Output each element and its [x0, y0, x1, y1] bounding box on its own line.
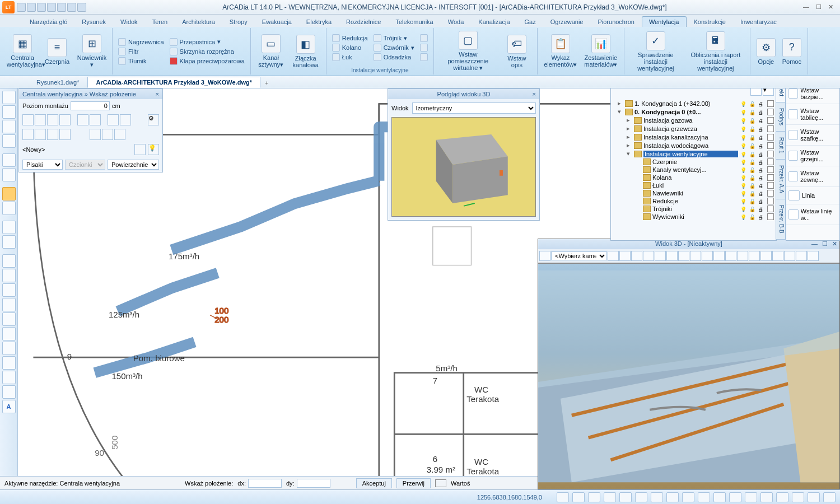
- v3d-tool-icon[interactable]: [737, 251, 748, 261]
- tree-node[interactable]: Kolana: [613, 174, 774, 181]
- tab-teren[interactable]: Teren: [145, 16, 175, 27]
- v3d-tool-icon[interactable]: [808, 251, 819, 261]
- v3d-tool-icon[interactable]: [690, 251, 701, 261]
- tool-icon[interactable]: [2, 202, 16, 215]
- view3d-max-icon[interactable]: ☐: [822, 240, 828, 248]
- prop-close-icon[interactable]: ×: [156, 91, 159, 97]
- prop-tool-icon[interactable]: [102, 129, 113, 140]
- tab-wentylacja[interactable]: Wentylacja: [642, 16, 687, 27]
- centrala-button[interactable]: ▦Centrala wentylacyjna▾: [6, 33, 39, 69]
- tool-icon[interactable]: [2, 254, 16, 268]
- v3d-tool-icon[interactable]: [619, 251, 631, 261]
- tree-node[interactable]: Redukcje: [613, 197, 774, 205]
- wstaw-opis-button[interactable]: 🏷Wstaw opis: [500, 34, 534, 69]
- status-icon[interactable]: [729, 492, 741, 502]
- maximize-button[interactable]: ☐: [816, 3, 822, 11]
- view3d-render[interactable]: [538, 264, 839, 489]
- klapa-button[interactable]: Klapa przeciwpożarowa: [167, 57, 247, 66]
- tab-kanalizacja[interactable]: Kanalizacja: [471, 16, 517, 27]
- dy-input[interactable]: [297, 479, 330, 488]
- extra2-icon[interactable]: [418, 43, 430, 52]
- smart-item[interactable]: Wstaw grzejni...: [786, 146, 839, 166]
- nawiewnik-button[interactable]: ⊞Nawiewnik ▾: [75, 33, 109, 69]
- tree-node[interactable]: Czerpnie: [613, 158, 774, 166]
- status-icon[interactable]: [604, 492, 616, 502]
- prop-tool-icon[interactable]: [90, 129, 101, 140]
- tool-icon[interactable]: [2, 91, 16, 104]
- pm-tool-icon[interactable]: ▾: [763, 88, 774, 96]
- tab-narzedzia[interactable]: Narzędzia głó: [22, 16, 74, 27]
- qat-save-icon[interactable]: [37, 3, 46, 12]
- tree-node[interactable]: Łuki: [613, 181, 774, 189]
- qat-new-icon[interactable]: [17, 3, 26, 12]
- tool-icon[interactable]: [2, 269, 16, 282]
- pisaki-select[interactable]: Pisaki: [22, 160, 63, 170]
- status-icon[interactable]: [745, 492, 757, 502]
- v3d-tool-icon[interactable]: [631, 251, 642, 261]
- status-icon[interactable]: [572, 492, 585, 502]
- prop-tool-icon[interactable]: [47, 129, 58, 140]
- tool-icon[interactable]: [2, 134, 16, 148]
- prop-tool-icon[interactable]: [35, 129, 46, 140]
- accept-button[interactable]: Akceptuj: [356, 478, 392, 488]
- vtab-przekr-a[interactable]: Przekr. A-A: [776, 159, 786, 199]
- poziom-input[interactable]: [71, 101, 110, 110]
- kanal-button[interactable]: ▭Kanał sztywny▾: [254, 33, 288, 69]
- tool-icon[interactable]: [2, 312, 16, 326]
- v3d-tool-icon[interactable]: [702, 251, 713, 261]
- tab-ewakuacja[interactable]: Ewakuacja: [255, 16, 299, 27]
- czerpnia-button[interactable]: ≡Czerpnia: [40, 37, 74, 66]
- status-icon[interactable]: [823, 492, 836, 502]
- tool-icon[interactable]: [2, 298, 16, 311]
- new-doc-button[interactable]: +: [260, 78, 273, 88]
- tool-icon[interactable]: [2, 371, 16, 384]
- tree-node[interactable]: Wywiewniki: [613, 213, 774, 221]
- close-button[interactable]: ✕: [828, 3, 833, 11]
- v3d-tool-icon[interactable]: [760, 251, 772, 261]
- status-icon[interactable]: [557, 492, 569, 502]
- status-icon[interactable]: [619, 492, 632, 502]
- opcje-button[interactable]: ⚙Opcje: [754, 37, 778, 66]
- v3d-tool-icon[interactable]: [608, 251, 619, 261]
- redukcja-button[interactable]: Redukcja: [330, 34, 370, 43]
- gear-icon[interactable]: ⚙: [148, 114, 159, 125]
- obliczenia-button[interactable]: 🖩Obliczenia i raport instalacji wentylac…: [685, 30, 746, 73]
- tree-node[interactable]: ▸Instalacja gazowa: [613, 116, 774, 124]
- doc-tab-1[interactable]: Rysunek1.dwg*: [28, 77, 87, 88]
- tree-node[interactable]: ▸1. Kondygnacja 1 (+342.00): [613, 99, 774, 108]
- vtab-przekr-b[interactable]: Przekr. B-B: [776, 199, 786, 240]
- odsadzka-button[interactable]: Odsadzka: [371, 53, 417, 62]
- tool-icon[interactable]: A: [2, 400, 16, 413]
- add-icon[interactable]: [134, 144, 146, 155]
- tool-icon[interactable]: [2, 235, 16, 249]
- tab-woda[interactable]: Woda: [441, 16, 472, 27]
- powierzchnie-select[interactable]: Powierzchnie: [108, 160, 159, 170]
- tool-icon[interactable]: [2, 342, 16, 355]
- widok-select[interactable]: Izometryczny: [412, 102, 536, 114]
- vtab-podrys[interactable]: Podrys: [776, 102, 786, 132]
- tab-konstrukcje[interactable]: Konstrukcje: [687, 16, 733, 27]
- doc-tab-2[interactable]: ArCADia-ARCHITEKTURA Przykład 3_WoKOWe.d…: [87, 77, 260, 88]
- v3d-tool-icon[interactable]: [772, 251, 783, 261]
- qat-print-icon[interactable]: [47, 3, 56, 12]
- tool-icon[interactable]: [2, 283, 16, 297]
- pm-tool-icon[interactable]: [750, 88, 762, 96]
- tree-node[interactable]: ▾Instalacje wentylacyjne: [613, 150, 774, 158]
- dx-input[interactable]: [248, 479, 282, 488]
- status-icon[interactable]: [651, 492, 663, 502]
- drawing-canvas[interactable]: Centrala wentylacyjna » Wskaż położenie×…: [18, 88, 840, 489]
- tool-icon[interactable]: [2, 168, 16, 181]
- prop-tool-icon[interactable]: [22, 114, 34, 125]
- tab-inwentaryzac[interactable]: Inwentaryzac: [733, 16, 784, 27]
- prop-tool-icon[interactable]: [90, 114, 101, 125]
- v3d-tool-icon[interactable]: [643, 251, 654, 261]
- qat-open-icon[interactable]: [27, 3, 36, 12]
- tool-icon[interactable]: [2, 327, 16, 340]
- czwornik-button[interactable]: Czwórnik ▾: [371, 43, 417, 52]
- v3d-tool-icon[interactable]: [725, 251, 736, 261]
- kolano-button[interactable]: Kolano: [330, 43, 370, 52]
- tab-telekomunika[interactable]: Telekomunika: [388, 16, 440, 27]
- status-icon[interactable]: [682, 492, 694, 502]
- qat-more-icon[interactable]: [77, 3, 86, 12]
- vtab-rzut1[interactable]: Rzut 1: [776, 131, 786, 160]
